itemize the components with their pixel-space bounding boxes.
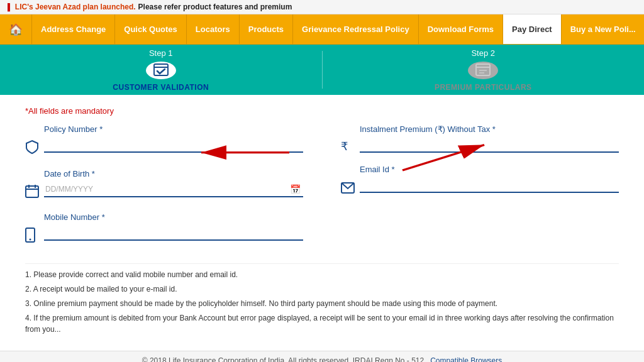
calendar-icon bbox=[25, 184, 44, 201]
mobile-row: Mobile Number * bbox=[25, 212, 303, 246]
home-icon: 🏠 bbox=[9, 23, 23, 36]
mandatory-note: *All fields are mandatory bbox=[25, 106, 619, 116]
shield-icon bbox=[25, 140, 44, 158]
nav-item-locators[interactable]: Locators bbox=[187, 14, 240, 44]
nav-item-buy-new[interactable]: Buy a New Poli... bbox=[562, 14, 644, 44]
policy-number-label: Policy Number * bbox=[44, 124, 303, 134]
rupee-icon: ₹ bbox=[341, 140, 360, 153]
step2-label: Step 2 bbox=[471, 48, 495, 58]
announcement-bar: ▌ LIC's Jeevan Azad plan launched. Pleas… bbox=[0, 0, 644, 14]
nav-label-products: Products bbox=[248, 25, 284, 34]
nav-item-pay-direct[interactable]: Pay Direct bbox=[503, 14, 562, 44]
premium-input[interactable] bbox=[360, 136, 619, 153]
mobile-input[interactable] bbox=[44, 224, 303, 241]
step1-title: CUSTOMER VALIDATION bbox=[113, 83, 209, 92]
nav-label-pay-direct: Pay Direct bbox=[512, 25, 552, 34]
nav-item-address-change[interactable]: Address Change bbox=[32, 14, 115, 44]
dob-field: Date of Birth * 📅 bbox=[44, 169, 303, 197]
nav-label-grievance: Grievance Redressal Policy bbox=[302, 25, 409, 34]
policy-number-field: Policy Number * bbox=[44, 124, 303, 153]
home-nav-item[interactable]: 🏠 bbox=[0, 14, 32, 44]
announcement-text: Please refer product features and premiu… bbox=[138, 3, 292, 11]
compatible-browsers-link[interactable]: Compatible Browsers bbox=[430, 356, 502, 362]
policy-number-row: Policy Number * bbox=[25, 124, 303, 158]
email-icon bbox=[341, 180, 360, 197]
calendar-picker-icon[interactable]: 📅 bbox=[290, 184, 301, 194]
announcement-brand: LIC's Jeevan Azad plan launched. bbox=[15, 3, 136, 11]
email-input[interactable] bbox=[360, 177, 619, 193]
main-content: *All fields are mandatory Policy Number … bbox=[0, 95, 644, 344]
nav-label-locators: Locators bbox=[196, 25, 230, 34]
dob-input[interactable] bbox=[44, 181, 303, 197]
mobile-field: Mobile Number * bbox=[44, 212, 303, 241]
note-1: 1. Please provide correct and valid mobi… bbox=[25, 269, 619, 280]
mobile-label: Mobile Number * bbox=[44, 212, 303, 222]
svg-rect-2 bbox=[476, 64, 490, 75]
form-right-col: ₹ Instalment Premium (₹) Without Tax * bbox=[341, 124, 619, 257]
nav-item-quick-quotes[interactable]: Quick Quotes bbox=[115, 14, 187, 44]
note-2: 2. A receipt would be mailed to your e-m… bbox=[25, 283, 619, 295]
step2-title: PREMIUM PARTICULARS bbox=[435, 83, 532, 92]
nav-label-address-change: Address Change bbox=[41, 25, 106, 34]
premium-field: Instalment Premium (₹) Without Tax * bbox=[360, 124, 619, 153]
nav-label-quick-quotes: Quick Quotes bbox=[124, 25, 177, 34]
premium-label: Instalment Premium (₹) Without Tax * bbox=[360, 124, 619, 134]
policy-number-input[interactable] bbox=[44, 136, 303, 153]
nav-label-buy-new: Buy a New Poli... bbox=[570, 25, 636, 34]
form-grid: Policy Number * bbox=[25, 124, 619, 257]
nav-item-products[interactable]: Products bbox=[240, 14, 293, 44]
note-3: 3. Online premium payment should be made… bbox=[25, 298, 619, 309]
nav-label-download-forms: Download Forms bbox=[428, 25, 494, 34]
step1-icon-circle bbox=[146, 62, 176, 79]
dob-label: Date of Birth * bbox=[44, 169, 303, 178]
mobile-icon bbox=[25, 228, 44, 246]
step1-label: Step 1 bbox=[149, 48, 173, 58]
footer-text: © 2018 Life Insurance Corporation of Ind… bbox=[142, 356, 424, 362]
step2-icon bbox=[474, 62, 492, 79]
navbar: 🏠 Address Change Quick Quotes Locators P… bbox=[0, 14, 644, 45]
note-4: 4. If the premium amount is debited from… bbox=[25, 312, 619, 335]
dob-row: Date of Birth * 📅 bbox=[25, 169, 303, 201]
nav-item-grievance[interactable]: Grievance Redressal Policy bbox=[293, 14, 419, 44]
step1-section: Step 1 CUSTOMER VALIDATION bbox=[0, 45, 322, 95]
svg-rect-6 bbox=[26, 186, 38, 197]
step2-icon-circle bbox=[468, 62, 498, 79]
email-row: Email Id * bbox=[341, 165, 619, 197]
steps-header: Step 1 CUSTOMER VALIDATION Step 2 bbox=[0, 45, 644, 95]
nav-item-download-forms[interactable]: Download Forms bbox=[419, 14, 503, 44]
notes-section: 1. Please provide correct and valid mobi… bbox=[25, 263, 619, 335]
svg-rect-0 bbox=[154, 64, 168, 75]
step2-section: Step 2 PREMIUM PARTICULARS bbox=[323, 45, 645, 95]
form-left-col: Policy Number * bbox=[25, 124, 303, 257]
email-label: Email Id * bbox=[360, 165, 619, 174]
email-field: Email Id * bbox=[360, 165, 619, 193]
premium-row: ₹ Instalment Premium (₹) Without Tax * bbox=[341, 124, 619, 153]
footer: © 2018 Life Insurance Corporation of Ind… bbox=[0, 351, 644, 362]
step1-icon bbox=[152, 62, 170, 79]
svg-point-11 bbox=[30, 239, 31, 241]
